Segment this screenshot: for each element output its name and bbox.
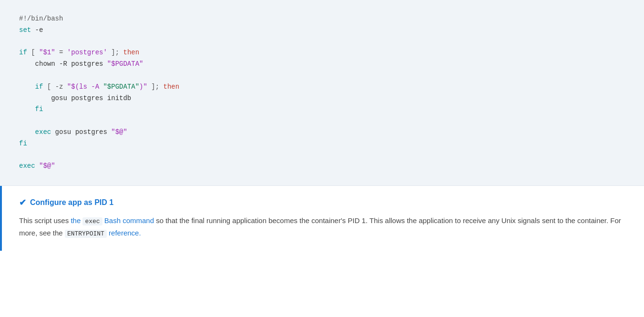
reference-link[interactable]: reference. <box>109 229 141 237</box>
code-line-if2: if [ -z "$(ls -A "$PGDATA")" ]; then <box>19 82 625 93</box>
info-paragraph: This script uses the exec Bash command s… <box>19 215 625 239</box>
code-line-if1: if [ "$1" = 'postgres' ]; then <box>19 47 625 59</box>
check-icon: ✔ <box>19 197 26 208</box>
code-line-set: set -e <box>19 25 625 36</box>
exec-inline: exec <box>82 217 102 225</box>
entrypoint-inline: ENTRYPOINT <box>65 230 107 238</box>
code-line-fi2: fi <box>19 138 625 150</box>
code-block: #!/bin/bashset -e if [ "$1" = 'postgres'… <box>0 0 644 186</box>
code-line-initdb: gosu postgres initdb <box>19 93 625 104</box>
code-line-exec1: exec gosu postgres "$@" <box>19 127 625 138</box>
code-line-blank4 <box>19 150 625 161</box>
bash-command-link[interactable]: Bash command <box>104 216 154 225</box>
text-before: This script uses <box>19 216 69 225</box>
code-line-exec2: exec "$@" <box>19 161 625 172</box>
info-section: ✔ Configure app as PID 1 This script use… <box>0 186 644 251</box>
code-line-fi1: fi <box>19 104 625 115</box>
code-line-shebang: #!/bin/bash <box>19 13 625 25</box>
code-line-blank1 <box>19 36 625 48</box>
code-line-blank3 <box>19 115 625 127</box>
info-title: ✔ Configure app as PID 1 <box>19 197 625 208</box>
info-title-text: Configure app as PID 1 <box>30 198 113 207</box>
code-line-blank2 <box>19 70 625 82</box>
the-link[interactable]: the <box>71 216 81 225</box>
code-line-chown: chown -R postgres "$PGDATA" <box>19 59 625 70</box>
